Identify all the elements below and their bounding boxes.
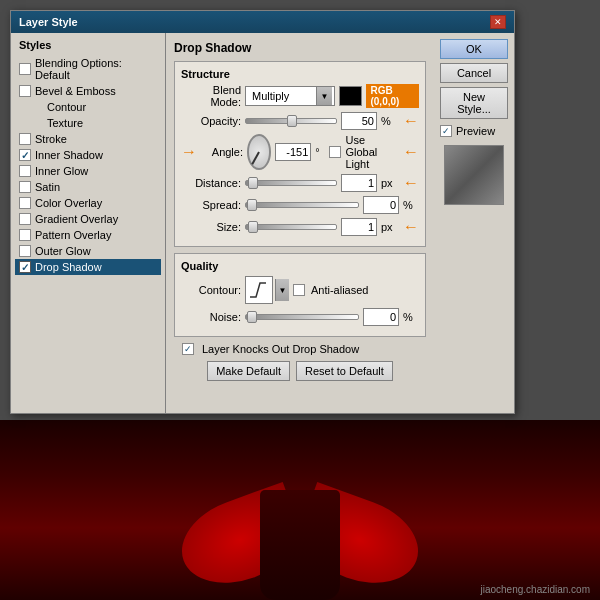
spread-row: Spread: % [181,196,419,214]
size-slider-thumb[interactable] [248,221,258,233]
new-style-button[interactable]: New Style... [440,87,508,119]
reset-to-default-button[interactable]: Reset to Default [296,361,393,381]
checkbox-stroke[interactable] [19,133,31,145]
default-buttons-row: Make Default Reset to Default [174,361,426,381]
checkbox-gradient-overlay[interactable] [19,213,31,225]
checkbox-pattern-overlay[interactable] [19,229,31,241]
checkbox-bevel-emboss[interactable] [19,85,31,97]
styles-list: Blending Options: Default Bevel & Emboss… [15,55,161,275]
distance-unit: px [381,177,397,189]
preview-label: Preview [456,125,495,137]
blend-mode-row: Blend Mode: Multiply ▼ RGB (0,0,0) [181,84,419,108]
spread-label: Spread: [181,199,241,211]
angle-unit: ° [315,146,325,158]
spread-input[interactable] [363,196,399,214]
distance-slider-thumb[interactable] [248,177,258,189]
noise-row: Noise: % [181,308,419,326]
blend-mode-dropdown[interactable]: Multiply ▼ [245,86,335,106]
size-slider-container [245,224,337,230]
angle-dial[interactable] [247,134,271,170]
opacity-input[interactable] [341,112,377,130]
sidebar-item-outer-glow[interactable]: Outer Glow [15,243,161,259]
noise-label: Noise: [181,311,241,323]
checkbox-satin[interactable] [19,181,31,193]
layer-knockout-row: Layer Knocks Out Drop Shadow [174,343,426,355]
right-panel: OK Cancel New Style... Preview [434,33,514,413]
sidebar-item-color-overlay[interactable]: Color Overlay [15,195,161,211]
checkbox-inner-shadow[interactable]: ✓ [19,149,31,161]
distance-input[interactable] [341,174,377,192]
layer-style-dialog: Layer Style ✕ Styles Blending Options: D… [10,10,515,414]
cancel-button[interactable]: Cancel [440,63,508,83]
checkbox-blending-options[interactable] [19,63,31,75]
close-button[interactable]: ✕ [490,15,506,29]
sidebar-item-blending-options[interactable]: Blending Options: Default [15,55,161,83]
opacity-unit: % [381,115,397,127]
preview-checkbox[interactable] [440,125,452,137]
angle-arrow-annotation-right: ← [403,143,419,161]
contour-svg [248,279,270,301]
spread-slider-container [245,202,359,208]
bg-cup [260,490,340,600]
background-area [0,420,600,600]
blend-mode-value: Multiply [248,90,316,102]
contour-dropdown-arrow[interactable]: ▼ [275,279,289,301]
opacity-slider-track[interactable] [245,118,337,124]
make-default-button[interactable]: Make Default [207,361,290,381]
size-input[interactable] [341,218,377,236]
checkbox-outer-glow[interactable] [19,245,31,257]
size-arrow-annotation: ← [403,218,419,236]
sidebar-item-drop-shadow[interactable]: ✓ Drop Shadow [15,259,161,275]
blend-mode-label: Blend Mode: [181,84,241,108]
opacity-arrow-annotation: ← [403,112,419,130]
distance-slider-track[interactable] [245,180,337,186]
quality-group: Quality Contour: ▼ Anti-aliased [174,253,426,337]
sidebar-item-inner-shadow[interactable]: ✓ Inner Shadow [15,147,161,163]
sidebar-item-texture[interactable]: Texture [15,115,161,131]
noise-unit: % [403,311,419,323]
sidebar-item-bevel-emboss[interactable]: Bevel & Emboss [15,83,161,99]
use-global-light-label: Use Global Light [345,134,397,170]
anti-aliased-label: Anti-aliased [311,284,368,296]
distance-slider-container [245,180,337,186]
layer-knockout-label: Layer Knocks Out Drop Shadow [202,343,359,355]
sidebar-item-stroke[interactable]: Stroke [15,131,161,147]
sidebar-item-pattern-overlay[interactable]: Pattern Overlay [15,227,161,243]
structure-title: Structure [181,68,419,80]
structure-group: Structure Blend Mode: Multiply ▼ RGB (0,… [174,61,426,247]
checkbox-drop-shadow[interactable]: ✓ [19,261,31,273]
main-panel: Drop Shadow Structure Blend Mode: Multip… [166,33,434,413]
size-row: Size: px ← [181,218,419,236]
spread-slider-thumb[interactable] [247,199,257,211]
opacity-label: Opacity: [181,115,241,127]
styles-panel: Styles Blending Options: Default Bevel &… [11,33,166,413]
angle-input[interactable] [275,143,311,161]
contour-thumbnail[interactable] [245,276,273,304]
noise-slider-track[interactable] [245,314,359,320]
noise-slider-thumb[interactable] [247,311,257,323]
use-global-light-checkbox[interactable] [329,146,341,158]
anti-aliased-checkbox[interactable] [293,284,305,296]
color-swatch[interactable] [339,86,362,106]
rgb-badge[interactable]: RGB (0,0,0) [366,84,419,108]
sidebar-item-inner-glow[interactable]: Inner Glow [15,163,161,179]
sidebar-item-gradient-overlay[interactable]: Gradient Overlay [15,211,161,227]
layer-knockout-checkbox[interactable] [182,343,194,355]
opacity-slider-container [245,118,337,124]
opacity-slider-thumb[interactable] [287,115,297,127]
size-slider-track[interactable] [245,224,337,230]
contour-control[interactable]: ▼ [245,276,289,304]
checkbox-inner-glow[interactable] [19,165,31,177]
checkbox-color-overlay[interactable] [19,197,31,209]
spread-slider-track[interactable] [245,202,359,208]
dialog-body: Styles Blending Options: Default Bevel &… [11,33,514,413]
sidebar-item-contour[interactable]: Contour [15,99,161,115]
distance-label: Distance: [181,177,241,189]
contour-row: Contour: ▼ Anti-aliased [181,276,419,304]
dropdown-arrow-icon: ▼ [316,87,332,105]
spread-unit: % [403,199,419,211]
sidebar-item-satin[interactable]: Satin [15,179,161,195]
noise-input[interactable] [363,308,399,326]
ok-button[interactable]: OK [440,39,508,59]
size-unit: px [381,221,397,233]
